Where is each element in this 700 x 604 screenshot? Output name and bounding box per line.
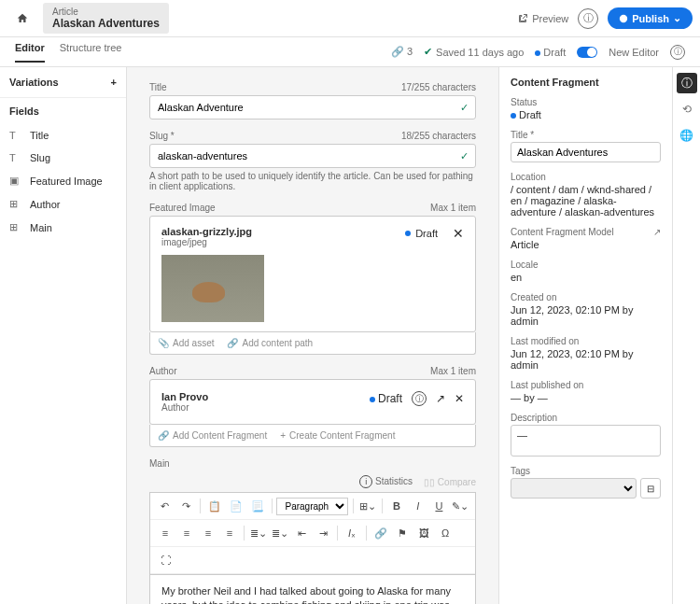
main-label: Main: [149, 458, 170, 469]
fields-header: Fields: [0, 97, 126, 124]
author-label: Author: [149, 366, 176, 376]
published-value: — by —: [511, 392, 548, 403]
model-label: Content Fragment Model↗: [511, 227, 661, 237]
left-panel: Variations + Fields TTitle TSlug ▣Featur…: [0, 67, 127, 604]
preview-link[interactable]: Preview: [517, 13, 568, 24]
paste-word-button[interactable]: 📃: [248, 497, 267, 515]
tab-editor[interactable]: Editor: [15, 42, 45, 63]
field-main[interactable]: ⊞Main: [0, 216, 126, 239]
check-icon: ✔: [424, 46, 432, 58]
field-author[interactable]: ⊞Author: [0, 192, 126, 216]
breadcrumb[interactable]: Article Alaskan Adventures: [43, 3, 169, 34]
link-icon: 🔗: [391, 46, 404, 57]
field-slug[interactable]: TSlug: [0, 147, 126, 169]
status-label: Status: [511, 97, 661, 107]
image-button[interactable]: 🖼: [414, 524, 433, 542]
fragment-icon: ⊞: [9, 221, 22, 233]
underline-button[interactable]: U: [430, 497, 449, 515]
location-value: / content / dam / wknd-shared / en / mag…: [511, 184, 654, 218]
link-icon: 🔗: [158, 430, 169, 441]
link-count[interactable]: 🔗 3: [391, 46, 413, 58]
slug-label: Slug *: [149, 131, 175, 141]
indent-button[interactable]: ⇥: [314, 524, 332, 542]
svg-point-0: [620, 14, 627, 21]
info-icon: i: [359, 475, 372, 488]
bold-button[interactable]: B: [387, 497, 406, 515]
featured-asset: alaskan-grizzly.jpg image/jpeg Draft ✕: [149, 216, 476, 332]
paste-text-button[interactable]: 📄: [227, 497, 245, 515]
modified-label: Last modified on: [511, 336, 661, 346]
remove-asset-button[interactable]: ✕: [453, 226, 464, 241]
info-button[interactable]: ⓘ: [578, 8, 598, 29]
publish-button[interactable]: Publish ⌄: [608, 7, 693, 29]
draft-status: Draft: [535, 47, 566, 58]
add-content-fragment-button[interactable]: 🔗Add Content Fragment: [158, 430, 267, 441]
variations-header: Variations: [9, 77, 59, 88]
slug-input[interactable]: [149, 144, 476, 168]
title-input[interactable]: [149, 95, 476, 119]
field-title[interactable]: TTitle: [0, 124, 126, 147]
align-center-button[interactable]: ≡: [177, 524, 196, 542]
paragraph-select[interactable]: Paragraph: [276, 498, 348, 515]
slug-help: A short path to be used to uniquely iden…: [149, 171, 476, 191]
align-right-button[interactable]: ≡: [199, 524, 217, 542]
field-featured-image[interactable]: ▣Featured Image: [0, 169, 126, 192]
fullscreen-button[interactable]: ⛶: [156, 551, 175, 569]
anchor-button[interactable]: ⚑: [393, 524, 412, 542]
italic-button[interactable]: I: [409, 497, 427, 515]
tab-structure-tree[interactable]: Structure tree: [60, 42, 122, 63]
text-color-button[interactable]: ✎⌄: [451, 497, 469, 515]
properties-rail-button[interactable]: ⓘ: [677, 73, 697, 93]
paste-button[interactable]: 📋: [205, 497, 224, 515]
description-input[interactable]: —: [511, 425, 661, 457]
compare-button[interactable]: ▯▯ Compare: [424, 477, 476, 487]
align-left-button[interactable]: ≡: [156, 524, 175, 542]
properties-panel: Content Fragment Status Draft Title * Lo…: [498, 67, 672, 604]
outdent-button[interactable]: ⇤: [292, 524, 311, 542]
remove-author-button[interactable]: ✕: [455, 392, 464, 405]
breadcrumb-label: Article: [52, 7, 160, 17]
new-editor-toggle[interactable]: [577, 47, 597, 58]
bullet-list-button[interactable]: ≣⌄: [249, 524, 268, 542]
asset-thumbnail[interactable]: [161, 255, 264, 322]
statistics-button[interactable]: i Statistics: [359, 475, 413, 488]
link-button[interactable]: 🔗: [371, 524, 390, 542]
editor-info-button[interactable]: ⓘ: [670, 45, 685, 60]
redo-button[interactable]: ↷: [177, 497, 196, 515]
check-icon: ✓: [460, 102, 469, 114]
published-label: Last published on: [511, 380, 661, 390]
author-info-button[interactable]: ⓘ: [412, 391, 427, 406]
table-button[interactable]: ⊞⌄: [358, 497, 377, 515]
modified-value: Jun 12, 2023, 02:10 PM by admin: [511, 348, 633, 371]
rp-title-input[interactable]: [511, 142, 661, 162]
special-char-button[interactable]: Ω: [436, 524, 455, 542]
properties-header: Content Fragment: [511, 77, 661, 88]
align-justify-button[interactable]: ≡: [220, 524, 239, 542]
image-icon: ▣: [9, 175, 22, 187]
created-label: Created on: [511, 292, 661, 302]
tags-select[interactable]: [511, 478, 637, 499]
open-model-button[interactable]: ↗: [653, 227, 661, 237]
rp-title-label: Title *: [511, 130, 661, 140]
status-value: Draft: [511, 109, 541, 120]
add-content-path-button[interactable]: 🔗Add content path: [227, 338, 313, 348]
featured-label: Featured Image: [149, 203, 216, 213]
open-fragment-button[interactable]: ↗: [436, 392, 445, 405]
tags-browse-button[interactable]: ⊟: [640, 478, 661, 499]
title-label: Title: [149, 82, 167, 92]
author-fragment: Ian Provo Author Draft ⓘ ↗ ✕: [149, 379, 476, 425]
home-button[interactable]: [7, 4, 37, 34]
featured-max: Max 1 item: [430, 203, 476, 213]
locale-value: en: [511, 272, 522, 283]
create-content-fragment-button[interactable]: +Create Content Fragment: [280, 430, 395, 441]
link-icon: 🔗: [227, 338, 238, 348]
history-rail-button[interactable]: ⟲: [677, 99, 697, 119]
undo-button[interactable]: ↶: [156, 497, 175, 515]
add-variation-button[interactable]: +: [111, 77, 117, 88]
attachment-icon: 📎: [158, 338, 169, 348]
number-list-button[interactable]: ≣⌄: [271, 524, 289, 542]
add-asset-button[interactable]: 📎Add asset: [158, 338, 214, 348]
rte-body[interactable]: My brother Neil and I had talked about g…: [149, 575, 476, 604]
references-rail-button[interactable]: 🌐: [677, 125, 697, 146]
clear-format-button[interactable]: Iₓ: [343, 524, 361, 542]
